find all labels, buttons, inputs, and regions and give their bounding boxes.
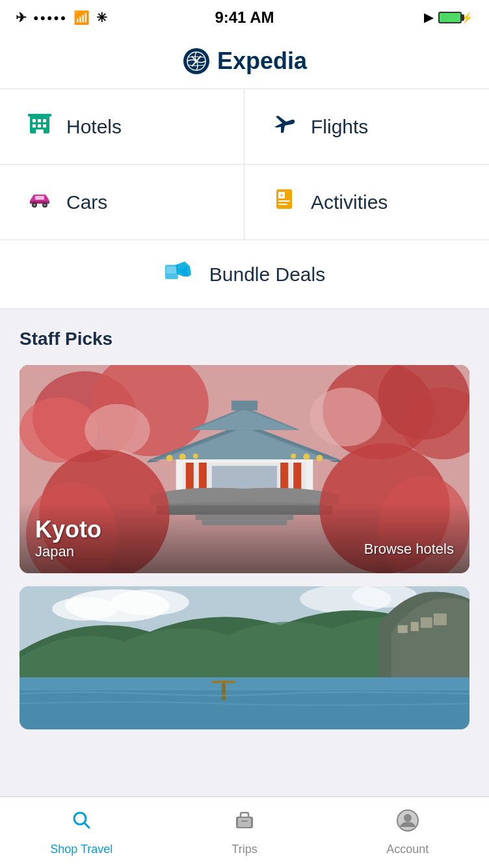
svg-point-46 bbox=[291, 454, 296, 459]
kyoto-city: Kyoto bbox=[35, 516, 454, 543]
svg-rect-2 bbox=[33, 119, 36, 122]
expedia-logo-icon bbox=[182, 47, 211, 75]
activities-label: Activities bbox=[311, 191, 388, 213]
tab-trips[interactable]: Trips bbox=[163, 802, 326, 863]
staff-picks-section: Staff Picks bbox=[0, 309, 489, 755]
kyoto-card[interactable]: Kyoto Japan Browse hotels bbox=[20, 365, 469, 573]
svg-point-47 bbox=[303, 454, 310, 460]
svg-point-14 bbox=[44, 204, 46, 206]
svg-rect-60 bbox=[20, 677, 469, 690]
wifi-icon: 📶 bbox=[73, 10, 90, 25]
battery-icon bbox=[438, 12, 462, 23]
svg-rect-7 bbox=[43, 124, 46, 128]
svg-rect-18 bbox=[278, 200, 290, 202]
svg-rect-21 bbox=[166, 267, 177, 273]
activities-icon bbox=[271, 185, 298, 219]
svg-point-48 bbox=[316, 455, 323, 461]
svg-rect-6 bbox=[38, 124, 41, 128]
svg-rect-61 bbox=[222, 681, 226, 700]
kyoto-image: Kyoto Japan Browse hotels bbox=[20, 365, 469, 573]
status-right: ▶ ⚡ bbox=[424, 10, 473, 25]
svg-rect-69 bbox=[238, 818, 251, 827]
svg-point-44 bbox=[179, 454, 186, 460]
flights-icon bbox=[271, 110, 298, 143]
logo-container: Expedia bbox=[182, 47, 307, 75]
bundle-icon bbox=[164, 258, 199, 290]
hotels-label: Hotels bbox=[66, 116, 122, 138]
svg-point-55 bbox=[111, 590, 189, 616]
coastal-image bbox=[20, 586, 469, 729]
svg-rect-42 bbox=[231, 401, 258, 411]
category-grid: Hotels Flights Cars bbox=[0, 89, 489, 240]
svg-rect-70 bbox=[241, 821, 248, 822]
svg-rect-8 bbox=[36, 129, 44, 133]
svg-point-30 bbox=[310, 388, 381, 446]
svg-rect-9 bbox=[28, 114, 51, 116]
flights-button[interactable]: Flights bbox=[244, 89, 489, 165]
svg-rect-3 bbox=[38, 119, 41, 122]
flights-label: Flights bbox=[311, 116, 368, 138]
svg-rect-19 bbox=[278, 204, 287, 205]
cars-icon bbox=[26, 185, 53, 219]
cars-button[interactable]: Cars bbox=[0, 165, 244, 239]
svg-rect-63 bbox=[398, 625, 408, 633]
signal-dots: ●●●●● bbox=[33, 12, 67, 23]
loading-icon: ✳ bbox=[96, 10, 107, 25]
kyoto-action: Browse hotels bbox=[364, 541, 454, 558]
svg-point-12 bbox=[33, 204, 36, 206]
app-header: Expedia bbox=[0, 35, 489, 89]
svg-point-72 bbox=[404, 814, 412, 822]
cars-label: Cars bbox=[66, 191, 107, 213]
airplane-icon: ✈ bbox=[16, 10, 27, 25]
bundle-label: Bundle Deals bbox=[209, 264, 325, 286]
svg-rect-65 bbox=[421, 617, 432, 628]
account-icon bbox=[396, 809, 419, 837]
account-label: Account bbox=[386, 843, 429, 856]
kyoto-card-content: Kyoto Japan Browse hotels bbox=[20, 503, 469, 573]
svg-point-43 bbox=[166, 455, 173, 461]
trips-label: Trips bbox=[231, 843, 257, 856]
location-icon: ▶ bbox=[424, 10, 433, 25]
bundle-deals-button[interactable]: Bundle Deals bbox=[0, 240, 489, 309]
svg-rect-66 bbox=[434, 614, 447, 625]
hotels-button[interactable]: Hotels bbox=[0, 89, 244, 165]
svg-point-56 bbox=[52, 597, 117, 621]
svg-rect-64 bbox=[411, 622, 419, 631]
trips-icon bbox=[233, 809, 256, 837]
svg-rect-5 bbox=[33, 124, 36, 128]
tab-shop-travel[interactable]: Shop Travel bbox=[0, 802, 163, 863]
tab-bar: Shop Travel Trips Account bbox=[0, 796, 489, 868]
shop-travel-label: Shop Travel bbox=[50, 843, 112, 856]
shop-travel-icon bbox=[70, 809, 93, 837]
status-left: ✈ ●●●●● 📶 ✳ bbox=[16, 10, 107, 25]
svg-rect-62 bbox=[212, 681, 235, 683]
svg-rect-4 bbox=[43, 119, 46, 122]
tab-account[interactable]: Account bbox=[326, 802, 489, 863]
coastal-card[interactable] bbox=[20, 586, 469, 729]
svg-rect-15 bbox=[35, 196, 44, 200]
status-time: 9:41 AM bbox=[215, 8, 274, 27]
expedia-logo-text: Expedia bbox=[217, 47, 307, 75]
hotels-icon bbox=[26, 110, 53, 143]
activities-button[interactable]: Activities bbox=[244, 165, 489, 239]
svg-point-29 bbox=[85, 404, 150, 456]
svg-point-45 bbox=[193, 454, 198, 459]
status-bar: ✈ ●●●●● 📶 ✳ 9:41 AM ▶ ⚡ bbox=[0, 0, 489, 35]
staff-picks-title: Staff Picks bbox=[20, 329, 469, 349]
